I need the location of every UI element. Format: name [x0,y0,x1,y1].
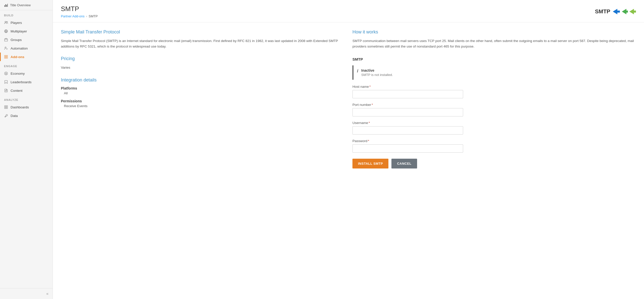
form-actions: INSTALL SMTP CANCEL [352,159,636,168]
status-sub: SMTP is not installed. [361,73,393,77]
svg-marker-26 [629,9,636,14]
svg-rect-23 [6,107,8,109]
breadcrumb-separator: › [86,14,87,18]
engage-section-label: ENGAGE [0,61,53,69]
svg-rect-14 [6,55,8,57]
globe-icon [4,29,8,33]
bar-chart-icon [4,3,8,7]
smtp-blue-arrow-icon [613,9,620,14]
pricing-title: Pricing [61,56,344,61]
left-column: Simple Mail Transfer Protocol Simple Mai… [61,29,344,168]
doc-icon [4,89,8,93]
page-title: SMTP [61,5,98,13]
sidebar-item-players[interactable]: Players [0,18,53,27]
analyze-section-label: ANALYZE [0,95,53,103]
svg-point-4 [5,21,6,23]
status-title: Inactive [361,68,393,72]
install-smtp-button[interactable]: INSTALL SMTP [352,159,388,168]
status-box: i Inactive SMTP is not installed. [352,65,636,80]
svg-marker-25 [622,9,628,14]
svg-rect-20 [5,106,6,107]
right-column: How it works SMTP communication between … [352,29,636,168]
sidebar-title-overview[interactable]: Title Overview [0,0,53,10]
how-it-works-body: SMTP communication between mail servers … [352,38,636,49]
cancel-button[interactable]: CANCEL [391,159,417,168]
dashboards-icon [4,105,8,109]
svg-rect-1 [5,4,6,7]
grid-icon [4,55,8,59]
username-required: * [369,121,370,125]
port-number-group: Port number* [352,103,636,116]
port-number-input[interactable] [352,108,463,116]
sidebar-item-leaderboards[interactable]: Leaderboards [0,78,53,86]
host-name-required: * [369,85,371,89]
sidebar: Title Overview BUILD Players Multiplayer… [0,0,53,299]
sidebar-item-automation-label: Automation [11,47,28,50]
bookmark-icon [4,80,8,84]
pricing-section: Pricing Varies [61,56,344,70]
password-group: Password* [352,139,636,153]
sidebar-item-data-label: Data [11,114,18,118]
sidebar-item-content-label: Content [11,89,22,93]
breadcrumb-link[interactable]: Partner Add-ons [61,14,85,18]
svg-rect-15 [5,57,6,58]
pricing-value: Varies [61,65,344,70]
sidebar-item-dashboards-label: Dashboards [11,105,29,109]
main-content: SMTP Partner Add-ons › SMTP SMTP [53,0,644,299]
password-label: Password* [352,139,636,143]
password-required: * [368,139,369,143]
sidebar-item-economy-label: Economy [11,72,25,75]
how-it-works-section: How it works SMTP communication between … [352,29,636,49]
svg-rect-2 [6,5,7,7]
economy-icon [4,71,8,75]
svg-point-11 [5,47,6,48]
host-name-label: Host name* [352,85,636,89]
svg-rect-13 [5,55,6,57]
status-text: Inactive SMTP is not installed. [361,68,393,77]
page-header-left: SMTP Partner Add-ons › SMTP [61,5,98,18]
sidebar-item-multiplayer[interactable]: Multiplayer [0,27,53,35]
people-icon [4,21,8,25]
how-it-works-title: How it works [352,29,636,35]
integration-section: Integration details Platforms All Permis… [61,77,344,112]
breadcrumb: Partner Add-ons › SMTP [61,14,98,18]
smtp-logo: SMTP [595,8,636,15]
smtp-form-section: SMTP i Inactive SMTP is not installed. H… [352,57,636,168]
sidebar-collapse-button[interactable]: « [0,288,53,299]
sidebar-item-addons-label: Add-ons [11,55,24,59]
sidebar-item-multiplayer-label: Multiplayer [11,29,27,33]
platforms-block: Platforms All [61,86,344,95]
svg-marker-24 [613,9,620,14]
content-area: Simple Mail Transfer Protocol Simple Mai… [53,22,644,176]
sidebar-item-economy[interactable]: Economy [0,69,53,78]
sidebar-item-groups[interactable]: Groups [0,35,53,44]
platforms-value: All [61,91,344,95]
password-input[interactable] [352,144,463,153]
svg-rect-21 [6,106,8,107]
smtp-logo-text: SMTP [595,8,610,15]
info-icon: i [357,69,358,73]
username-input[interactable] [352,126,463,135]
sidebar-item-content[interactable]: Content [0,86,53,95]
page-header: SMTP Partner Add-ons › SMTP SMTP [53,0,644,22]
permissions-block: Permissions Receive Events [61,99,344,108]
description-title: Simple Mail Transfer Protocol [61,29,344,35]
svg-rect-0 [4,5,5,7]
wrench-icon [4,114,8,118]
box-icon [4,38,8,42]
sidebar-item-dashboards[interactable]: Dashboards [0,103,53,111]
port-number-required: * [372,103,373,107]
svg-rect-3 [7,4,8,7]
build-section-label: BUILD [0,10,53,18]
sidebar-item-addons[interactable]: Add-ons [0,53,53,61]
host-name-input[interactable] [352,90,463,98]
platforms-label: Platforms [61,86,344,90]
svg-point-5 [7,21,8,22]
smtp-teal-arrow-icon [629,9,636,14]
svg-rect-16 [6,57,8,58]
sidebar-item-data[interactable]: Data [0,111,53,120]
sidebar-item-groups-label: Groups [11,38,22,42]
permissions-label: Permissions [61,99,344,103]
sidebar-item-leaderboards-label: Leaderboards [11,80,31,84]
sidebar-item-automation[interactable]: Automation [0,44,53,53]
